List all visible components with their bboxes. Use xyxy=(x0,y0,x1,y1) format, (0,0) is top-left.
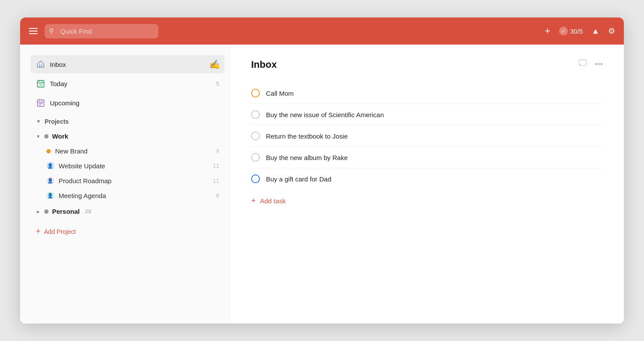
upcoming-label: Upcoming xyxy=(50,99,219,107)
task-circle-1[interactable] xyxy=(251,89,260,97)
sidebar-item-upcoming[interactable]: Upcoming xyxy=(31,94,224,112)
project-group-personal: ► Personal 28 xyxy=(31,204,224,219)
product-roadmap-count: 11 xyxy=(213,177,219,184)
inbox-icon xyxy=(36,59,46,69)
notifications-icon[interactable]: ▲ xyxy=(592,27,599,36)
meeting-agenda-count: 6 xyxy=(216,192,219,199)
personal-dot xyxy=(44,209,49,214)
task-text-3: Return the textbook to Josie xyxy=(266,132,603,140)
main-area: Inbox 5 ✍ 28 Today 5 xyxy=(20,45,624,324)
add-task-label: Add task xyxy=(260,197,286,205)
comment-icon[interactable] xyxy=(578,59,588,70)
task-circle-2[interactable] xyxy=(251,110,260,119)
project-product-roadmap[interactable]: 👤 Product Roadmap 11 xyxy=(31,173,224,188)
cursor-indicator: ✍ xyxy=(209,59,220,70)
new-brand-count: 9 xyxy=(216,148,219,154)
projects-label: Projects xyxy=(45,118,69,125)
add-task-plus-icon: + xyxy=(251,196,256,205)
sidebar: Inbox 5 ✍ 28 Today 5 xyxy=(20,45,230,324)
content-header-actions: ••• xyxy=(578,59,603,70)
sidebar-item-today[interactable]: 28 Today 5 xyxy=(31,74,224,93)
karma-display: ✓ 30/5 xyxy=(559,27,583,35)
karma-check-icon: ✓ xyxy=(559,27,568,35)
work-dot xyxy=(44,134,49,139)
project-new-brand[interactable]: New Brand 9 xyxy=(31,144,224,158)
sidebar-item-inbox[interactable]: Inbox 5 ✍ xyxy=(31,55,224,73)
add-button[interactable]: + xyxy=(545,26,550,36)
today-label: Today xyxy=(50,80,212,87)
inbox-label: Inbox xyxy=(50,61,212,68)
task-circle-4[interactable] xyxy=(251,153,260,162)
content-area: Inbox ••• Call Mom xyxy=(230,45,624,324)
more-options-icon[interactable]: ••• xyxy=(595,60,603,69)
add-task-row[interactable]: + Add task xyxy=(251,189,603,212)
content-header: Inbox ••• xyxy=(251,59,603,70)
personal-label: Personal xyxy=(52,208,80,215)
task-item-gift-card[interactable]: Buy a gift card for Dad xyxy=(251,168,603,189)
settings-icon[interactable]: ⚙ xyxy=(608,26,615,36)
task-item-scientific-american[interactable]: Buy the new issue of Scientific American xyxy=(251,104,603,125)
menu-icon[interactable] xyxy=(29,28,38,34)
work-label: Work xyxy=(52,132,68,140)
project-group-work: ▼ Work New Brand 9 👤 Website Update 11 xyxy=(31,129,224,203)
app-window: ⚲ + ✓ 30/5 ▲ ⚙ xyxy=(20,17,624,324)
search-input[interactable] xyxy=(45,24,158,38)
project-meeting-agenda[interactable]: 👤 Meeting Agenda 6 xyxy=(31,188,224,203)
work-chevron-icon: ▼ xyxy=(36,134,41,139)
upcoming-icon xyxy=(36,98,46,108)
task-list: Call Mom Buy the new issue of Scientific… xyxy=(251,83,603,189)
personal-count: 28 xyxy=(85,208,91,215)
today-count: 5 xyxy=(216,80,219,87)
today-icon: 28 xyxy=(36,79,46,88)
project-personal[interactable]: ► Personal 28 xyxy=(31,204,224,219)
task-circle-3[interactable] xyxy=(251,132,260,140)
project-work[interactable]: ▼ Work xyxy=(31,129,224,144)
task-circle-5[interactable] xyxy=(251,174,260,183)
projects-chevron-icon: ▼ xyxy=(36,118,41,125)
new-brand-label: New Brand xyxy=(55,147,212,155)
add-project-button[interactable]: + Add Project xyxy=(31,223,224,240)
add-project-label: Add Project xyxy=(44,228,76,235)
svg-rect-7 xyxy=(38,100,44,106)
task-text-2: Buy the new issue of Scientific American xyxy=(266,111,603,118)
task-item-album[interactable]: Buy the new album by Rake xyxy=(251,147,603,168)
svg-text:28: 28 xyxy=(39,84,42,87)
task-text-5: Buy a gift card for Dad xyxy=(266,175,603,183)
topbar-actions: + ✓ 30/5 ▲ ⚙ xyxy=(545,26,615,36)
meeting-agenda-label: Meeting Agenda xyxy=(59,192,212,199)
task-text-1: Call Mom xyxy=(266,90,603,97)
add-project-plus-icon: + xyxy=(36,227,41,236)
projects-header[interactable]: ▼ Projects xyxy=(31,113,224,129)
product-roadmap-label: Product Roadmap xyxy=(59,177,209,184)
project-website-update[interactable]: 👤 Website Update 11 xyxy=(31,158,224,173)
search-wrapper: ⚲ xyxy=(45,24,158,38)
personal-chevron-icon: ► xyxy=(36,209,41,214)
website-update-count: 11 xyxy=(213,163,219,169)
topbar: ⚲ + ✓ 30/5 ▲ ⚙ xyxy=(20,17,624,45)
website-update-label: Website Update xyxy=(59,162,209,170)
task-item-call-mom[interactable]: Call Mom xyxy=(251,83,603,104)
meeting-agenda-person-icon: 👤 xyxy=(46,191,54,199)
website-update-person-icon: 👤 xyxy=(46,162,54,170)
new-brand-dot xyxy=(46,149,51,153)
task-text-4: Buy the new album by Rake xyxy=(266,154,603,161)
product-roadmap-person-icon: 👤 xyxy=(46,177,54,184)
content-title: Inbox xyxy=(251,59,578,70)
karma-count: 30/5 xyxy=(570,28,583,35)
task-item-textbook[interactable]: Return the textbook to Josie xyxy=(251,125,603,147)
